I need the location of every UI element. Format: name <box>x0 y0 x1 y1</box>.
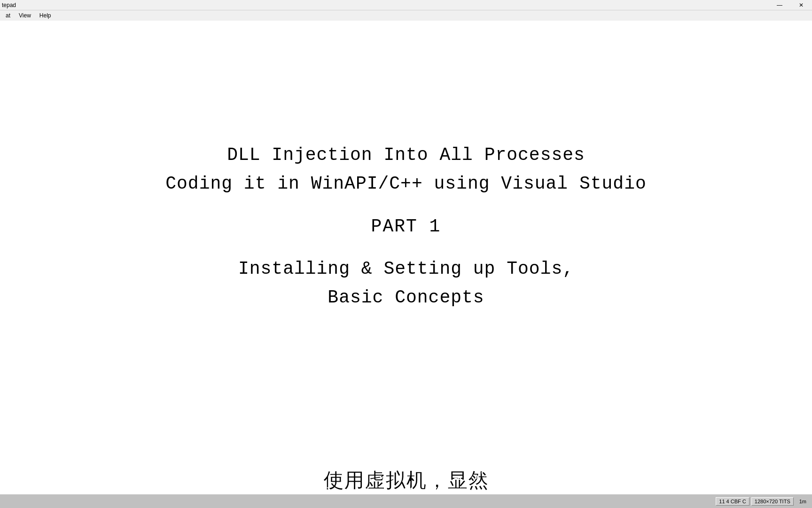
content-area: DLL Injection Into All Processes Coding … <box>0 21 812 508</box>
menu-item-format[interactable]: at <box>2 11 14 20</box>
close-button[interactable]: ✕ <box>790 0 812 10</box>
taskbar-right-area: 11 4 CBF C 1280×720 TITS 1m <box>716 497 810 506</box>
title-line-1: DLL Injection Into All Processes <box>165 141 647 170</box>
title-line-2: Coding it in WinAPI/C++ using Visual Stu… <box>165 170 647 198</box>
main-text-block: DLL Injection Into All Processes Coding … <box>165 141 647 312</box>
menu-bar: at View Help <box>0 10 812 21</box>
taskbar: 11 4 CBF C 1280×720 TITS 1m <box>0 494 812 508</box>
window-controls: — ✕ <box>769 0 812 10</box>
minimize-button[interactable]: — <box>769 0 790 10</box>
menu-item-help[interactable]: Help <box>36 11 55 20</box>
taskbar-item-1: 11 4 CBF C <box>716 497 749 506</box>
subtitle-line-1: Installing & Setting up Tools, <box>165 255 647 284</box>
menu-item-view[interactable]: View <box>15 11 35 20</box>
app-title: tepad <box>2 2 16 8</box>
taskbar-item-2: 1280×720 TITS <box>751 497 794 506</box>
taskbar-clock: 1m <box>796 498 810 505</box>
subtitle-line-2: Basic Concepts <box>165 284 647 312</box>
chinese-subtitle: 使用虚拟机，显然 <box>0 468 812 494</box>
title-bar: tepad — ✕ <box>0 0 812 10</box>
part-label: PART 1 <box>165 213 647 241</box>
